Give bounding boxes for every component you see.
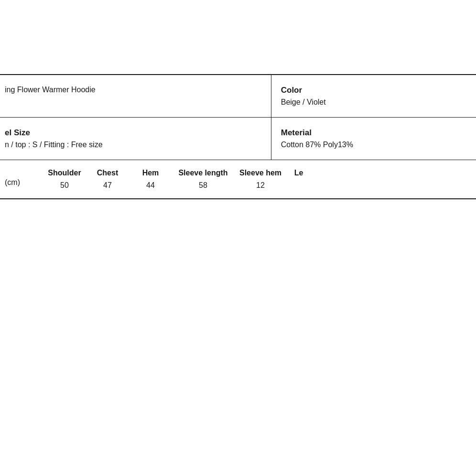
sleeve-hem-header: Sleeve hem	[239, 169, 281, 177]
chest-header: Chest	[97, 169, 118, 177]
sleeve-length-value: 58	[199, 181, 207, 190]
cell-material: Meterial Cotton 87% Poly13%	[271, 118, 476, 160]
page-wrapper: ing Flower Warmer Hoodie Color Beige / V…	[0, 0, 476, 476]
meas-col-chest: Chest 47	[86, 169, 129, 190]
sleeve-length-header: Sleeve length	[178, 169, 227, 177]
meas-col-le: Le	[287, 169, 311, 190]
shoulder-header: Shoulder	[48, 169, 81, 177]
model-size-label: el Size	[5, 128, 261, 138]
cell-model-size: el Size n / top : S / Fitting : Free siz…	[0, 118, 271, 160]
measurements-columns: Shoulder 50 Chest 47 Hem 44 Sleeve lengt…	[43, 169, 471, 190]
meas-col-sleeve-length: Sleeve length 58	[172, 169, 234, 190]
model-size-value: n / top : S / Fitting : Free size	[5, 141, 261, 149]
color-value: Beige / Violet	[281, 98, 466, 107]
le-header: Le	[294, 169, 303, 177]
row-measurements: (cm) Shoulder 50 Chest 47 Hem 44	[0, 160, 476, 198]
meas-col-sleeve-hem: Sleeve hem 12	[234, 169, 287, 190]
shoulder-value: 50	[60, 181, 69, 190]
cell-product-name: ing Flower Warmer Hoodie	[0, 75, 271, 117]
sleeve-hem-value: 12	[256, 181, 265, 190]
row-name-color: ing Flower Warmer Hoodie Color Beige / V…	[0, 75, 476, 118]
color-label: Color	[281, 86, 466, 95]
measurements-row: (cm) Shoulder 50 Chest 47 Hem 44	[5, 169, 471, 190]
meas-col-shoulder: Shoulder 50	[43, 169, 86, 190]
hem-value: 44	[146, 181, 155, 190]
product-name: ing Flower Warmer Hoodie	[5, 86, 96, 94]
material-label: Meterial	[281, 128, 466, 138]
hem-header: Hem	[142, 169, 159, 177]
meas-col-hem: Hem 44	[129, 169, 172, 190]
row-size-material: el Size n / top : S / Fitting : Free siz…	[0, 118, 476, 160]
cell-color: Color Beige / Violet	[271, 75, 476, 117]
measurements-unit: (cm)	[5, 169, 43, 187]
material-value: Cotton 87% Poly13%	[281, 141, 466, 149]
chest-value: 47	[103, 181, 112, 190]
product-table: ing Flower Warmer Hoodie Color Beige / V…	[0, 74, 476, 199]
